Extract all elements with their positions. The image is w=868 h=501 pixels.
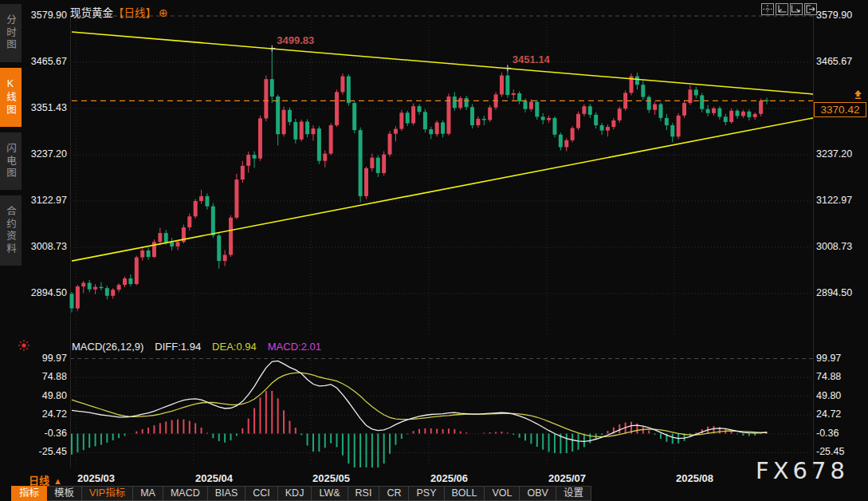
- macd-axis-label-right: 24.72: [816, 408, 841, 420]
- toolbar-tab-BOLL[interactable]: BOLL: [445, 486, 485, 501]
- macd-axis-label-left: -0.36: [26, 428, 67, 439]
- sidebar-item-timeshare[interactable]: 分时图: [0, 4, 22, 62]
- app-window: 分时图 K线图 闪电图 合约资料 现货黄金【日线】⊕ 3579.903579.9…: [0, 0, 868, 501]
- watermark: FX678: [756, 457, 849, 484]
- price-axis-label-left: 3351.43: [26, 102, 67, 113]
- toolbar-tab-CCI[interactable]: CCI: [245, 486, 278, 501]
- alert-blink-icon[interactable]: [18, 339, 30, 355]
- macd-axis-label-right: 74.88: [816, 371, 841, 382]
- chart-canvas[interactable]: [0, 0, 868, 501]
- price-axis-label-right: 2894.50: [816, 287, 852, 298]
- price-axis-label-left: 2894.50: [26, 287, 67, 298]
- macd-diff-value: DIFF:1.94: [155, 341, 201, 353]
- macd-macd-value: MACD:2.01: [268, 341, 321, 353]
- price-axis-label-left: 3008.73: [26, 241, 67, 252]
- toolbar-tab-MA[interactable]: MA: [133, 486, 163, 501]
- indicator-toolbar: 指标模板VIP指标MAMACDBIASCCIKDJLW&RSICRPSYBOLL…: [11, 486, 591, 501]
- macd-axis-label-left: 99.97: [26, 353, 67, 364]
- macd-axis-label-left: 74.88: [26, 371, 67, 382]
- price-axis-label-right: 3579.90: [816, 10, 852, 21]
- current-price-tag: 3370.42: [814, 102, 866, 117]
- date-label: 2025/03: [77, 472, 115, 484]
- date-label: 2025/06: [430, 472, 468, 484]
- peak-annotation-0: 3499.83: [277, 34, 314, 46]
- date-label: 2025/05: [312, 472, 350, 484]
- axis-scale-left-icon[interactable]: [776, 3, 788, 15]
- sidebar-item-kline[interactable]: K线图: [0, 68, 22, 127]
- toolbar-tab-cn0[interactable]: 指标: [11, 486, 47, 501]
- toolbar-tab-OBV[interactable]: OBV: [520, 486, 556, 501]
- price-axis-label-left: 3465.67: [26, 56, 67, 67]
- period-tag: 【日线】: [113, 7, 156, 19]
- chevron-up-icon: ▲: [53, 476, 62, 486]
- chart-title: 现货黄金【日线】⊕: [70, 4, 168, 20]
- price-axis-label-left: 3122.97: [26, 195, 67, 206]
- pan-tool-icon[interactable]: [761, 3, 774, 15]
- toolbar-tab-CR[interactable]: CR: [379, 486, 409, 501]
- price-axis-label-right: 3122.97: [816, 195, 852, 206]
- price-marker-icon[interactable]: [853, 89, 863, 103]
- price-axis-label-left: 3579.90: [26, 10, 67, 21]
- macd-axis-label-left: 24.72: [26, 408, 67, 420]
- toolbar-tab-KDJ[interactable]: KDJ: [278, 486, 312, 501]
- price-axis-label-right: 3237.20: [816, 148, 852, 160]
- date-label: 2025/08: [676, 472, 713, 484]
- peak-annotation-1: 3451.14: [513, 53, 550, 65]
- toolbar-tab-VOL[interactable]: VOL: [485, 486, 520, 501]
- macd-axis-label-right: 99.97: [816, 353, 841, 364]
- chart-type-sidebar: 分时图 K线图 闪电图 合约资料: [0, 4, 22, 266]
- date-label: 2025/04: [195, 472, 233, 484]
- symbol-name: 现货黄金: [70, 7, 113, 19]
- date-label: 2025/07: [548, 472, 586, 484]
- add-indicator-icon[interactable]: ⊕: [159, 6, 168, 19]
- sidebar-item-lightning[interactable]: 闪电图: [0, 132, 22, 191]
- toolbar-tab-VIP[interactable]: VIP指标: [82, 486, 133, 501]
- macd-formula: MACD(26,12,9): [72, 341, 143, 353]
- macd-indicator-header: MACD(26,12,9) DIFF:1.94 DEA:0.94 MACD:2.…: [72, 341, 321, 353]
- macd-axis-label-left: -25.45: [26, 446, 67, 457]
- sidebar-item-contract-info[interactable]: 合约资料: [0, 195, 22, 266]
- toolbar-tab-cn15[interactable]: 设置: [556, 486, 591, 501]
- macd-axis-label-left: 49.80: [26, 390, 67, 401]
- macd-axis-label-right: -0.36: [816, 428, 839, 439]
- price-axis-label-right: 3465.67: [816, 56, 852, 67]
- macd-axis-label-right: -25.45: [816, 446, 844, 457]
- exit-chart-icon[interactable]: [804, 3, 817, 15]
- toolbar-tab-LW&[interactable]: LW&: [312, 486, 348, 501]
- toolbar-tab-cn1[interactable]: 模板: [47, 486, 82, 501]
- macd-axis-label-right: 49.80: [816, 390, 841, 401]
- macd-dea-value: DEA:0.94: [212, 341, 257, 353]
- toolbar-tab-PSY[interactable]: PSY: [409, 486, 444, 501]
- axis-scale-right-icon[interactable]: [790, 3, 803, 15]
- toolbar-tab-RSI[interactable]: RSI: [348, 486, 380, 501]
- price-axis-label-right: 3008.73: [816, 241, 852, 252]
- chart-tools: [761, 3, 817, 15]
- price-axis-label-left: 3237.20: [26, 148, 67, 160]
- toolbar-tab-MACD[interactable]: MACD: [163, 486, 208, 501]
- toolbar-tab-BIAS[interactable]: BIAS: [208, 486, 246, 501]
